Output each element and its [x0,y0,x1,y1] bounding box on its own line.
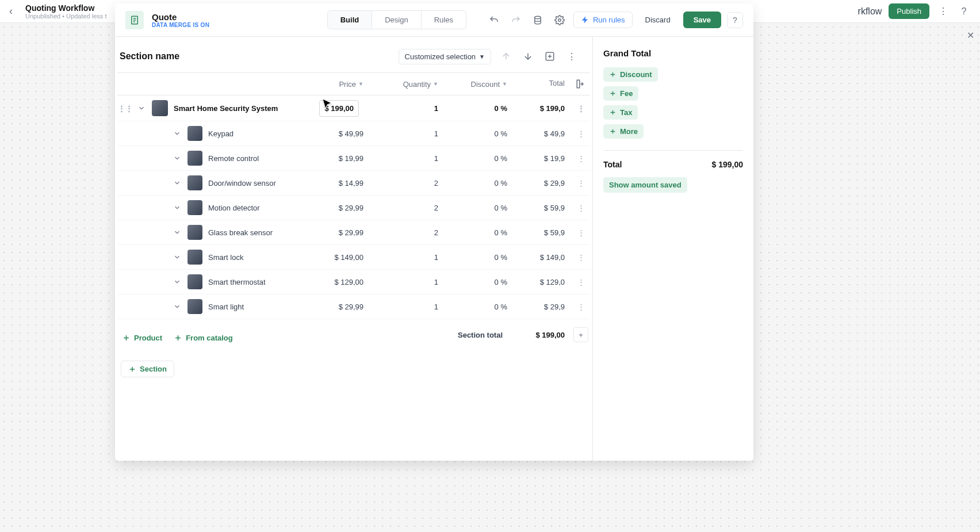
row-menu-icon[interactable]: ⋮ [572,204,590,212]
price-cell[interactable]: $ 29,99 [296,228,370,237]
chevron-down-icon[interactable] [169,253,185,261]
chevron-down-icon[interactable] [169,228,185,236]
chevron-down-icon[interactable] [169,179,185,187]
arrow-up-icon[interactable] [498,48,514,64]
discount-cell[interactable]: 0 % [445,204,514,212]
table-row[interactable]: Motion detector $ 29,99 2 0 % $ 59,9 ⋮ [117,196,590,220]
row-menu-icon[interactable]: ⋮ [572,303,590,311]
gear-icon[interactable] [552,12,568,28]
arrow-down-icon[interactable] [520,48,536,64]
add-section-button[interactable]: Section [121,361,174,377]
row-menu-icon[interactable]: ⋮ [572,253,590,262]
drag-handle-icon[interactable]: ⋮⋮ [117,104,133,113]
table-row[interactable]: Keypad $ 49,99 1 0 % $ 49,9 ⋮ [117,121,590,146]
discount-cell[interactable]: 0 % [445,278,514,286]
price-cell[interactable]: $ 49,99 [296,129,370,138]
discard-button[interactable]: Discard [638,12,677,28]
tab-rules[interactable]: Rules [422,11,466,29]
add-column-button[interactable] [572,79,590,89]
discount-cell[interactable]: 0 % [445,154,514,163]
product-name: Door/window sensor [208,179,276,187]
total-cell: $ 149,0 [514,253,572,262]
row-menu-icon[interactable]: ⋮ [572,179,590,187]
qty-cell[interactable]: 1 [370,154,445,163]
chevron-down-icon[interactable] [169,204,185,212]
tab-build[interactable]: Build [328,11,373,29]
column-quantity[interactable]: Quantity▼ [370,79,445,89]
column-total[interactable]: Total [514,79,572,89]
section-name[interactable]: Section name [120,51,399,62]
add-fee-chip[interactable]: Fee [603,86,638,101]
chevron-down-icon[interactable] [169,129,185,137]
section-menu-icon[interactable]: ⋮ [564,48,580,64]
table-row[interactable]: Door/window sensor $ 14,99 2 0 % $ 29,9 … [117,171,590,196]
qty-cell[interactable]: 1 [370,104,445,113]
row-menu-icon[interactable]: ⋮ [572,129,590,138]
undo-icon[interactable] [486,12,502,28]
add-tax-chip[interactable]: Tax [603,105,638,120]
add-discount-chip[interactable]: Discount [603,67,658,82]
table-row-parent[interactable]: ⋮⋮ Smart Home Security System $ 199,00 1… [117,95,590,121]
row-menu-icon[interactable]: ⋮ [572,104,590,113]
help-circle-icon[interactable]: ? [957,5,971,18]
table-row[interactable]: Smart light $ 29,99 1 0 % $ 29,9 ⋮ [117,294,590,319]
price-cell[interactable]: $ 29,99 [296,204,370,212]
qty-cell[interactable]: 2 [370,228,445,237]
qty-cell[interactable]: 2 [370,204,445,212]
table-row[interactable]: Glass break sensor $ 29,99 2 0 % $ 59,9 … [117,220,590,245]
price-cell[interactable]: $ 19,99 [296,154,370,163]
row-menu-icon[interactable]: ⋮ [572,154,590,163]
table-row[interactable]: Smart thermostat $ 129,00 1 0 % $ 129,0 … [117,270,590,294]
column-price[interactable]: Price▼ [296,79,370,89]
more-vertical-icon[interactable]: ⋮ [936,5,950,18]
product-thumbnail [187,225,202,240]
price-cell[interactable]: $ 14,99 [296,179,370,187]
row-menu-icon[interactable]: ⋮ [572,228,590,237]
discount-cell[interactable]: 0 % [445,303,514,311]
price-input[interactable]: $ 199,00 [319,100,359,117]
insert-icon[interactable] [542,48,558,64]
close-icon[interactable]: ✕ [967,30,974,41]
qty-cell[interactable]: 1 [370,303,445,311]
chevron-down-icon[interactable] [133,104,150,112]
discount-cell[interactable]: 0 % [445,129,514,138]
add-adjustment-button[interactable]: + [573,327,588,342]
table-row[interactable]: Smart lock $ 149,00 1 0 % $ 149,0 ⋮ [117,245,590,270]
customized-selection-dropdown[interactable]: Customized selection ▼ [399,49,491,64]
redo-icon[interactable] [508,12,524,28]
custom-sel-label: Customized selection [405,52,476,61]
chevron-down-icon[interactable] [169,303,185,311]
publish-button[interactable]: Publish [889,3,929,19]
run-rules-button[interactable]: Run rules [573,12,633,28]
page-title: Quote [152,12,209,22]
row-menu-icon[interactable]: ⋮ [572,278,590,286]
chevron-down-icon[interactable] [169,154,185,162]
price-cell[interactable]: $ 29,99 [296,303,370,311]
price-cell[interactable]: $ 129,00 [296,278,370,286]
database-icon[interactable] [530,12,546,28]
bg-label: rkflow [858,6,882,17]
product-thumbnail [187,274,202,289]
product-name: Motion detector [208,204,260,212]
help-button[interactable]: ? [727,12,743,28]
discount-cell[interactable]: 0 % [445,104,514,113]
discount-cell[interactable]: 0 % [445,179,514,187]
total-cell: $ 59,9 [514,204,572,212]
show-amount-saved-button[interactable]: Show amount saved [603,177,687,193]
table-row[interactable]: Remote control $ 19,99 1 0 % $ 19,9 ⋮ [117,146,590,171]
add-from-catalog-button[interactable]: From catalog [174,334,233,342]
save-button[interactable]: Save [683,12,721,28]
discount-cell[interactable]: 0 % [445,253,514,262]
qty-cell[interactable]: 1 [370,278,445,286]
qty-cell[interactable]: 1 [370,129,445,138]
qty-cell[interactable]: 2 [370,179,445,187]
chevron-down-icon[interactable] [169,278,185,286]
column-discount[interactable]: Discount▼ [445,79,514,89]
qty-cell[interactable]: 1 [370,253,445,262]
add-more-chip[interactable]: More [603,124,644,139]
price-cell[interactable]: $ 149,00 [296,253,370,262]
discount-cell[interactable]: 0 % [445,228,514,237]
back-button[interactable]: ‹ [9,5,21,17]
add-product-button[interactable]: Product [122,334,162,342]
tab-design[interactable]: Design [372,11,421,29]
